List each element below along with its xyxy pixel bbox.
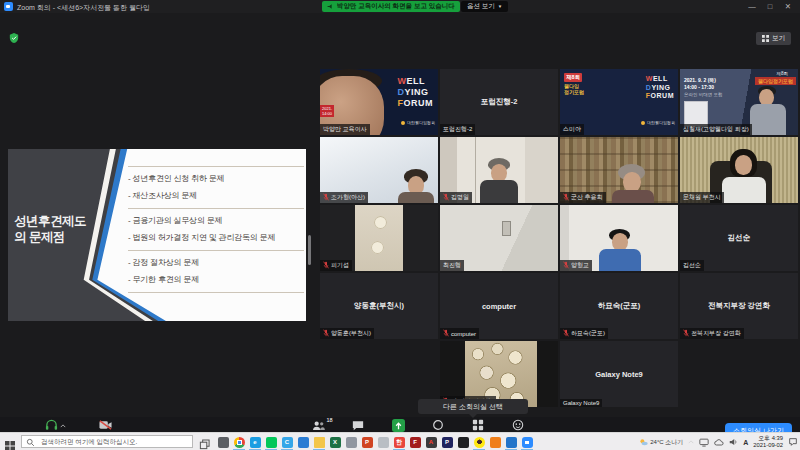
taskbar-app-icon[interactable]: F [407, 433, 423, 450]
taskbar-app-icon[interactable]: P [439, 433, 455, 450]
poster-title-banner: 웰다잉정기포럼 [755, 77, 796, 85]
participant-name-label: 박양만 교육이사 [320, 124, 370, 135]
muted-mic-icon [323, 193, 329, 202]
video-tile[interactable]: 김명일 [440, 137, 558, 203]
video-tile[interactable]: 제8회웰다잉정기포럼2021. 9. 2 (목)14:00 - 17:30온라인… [680, 69, 798, 135]
weather-widget[interactable]: 24°C 소나기 [639, 438, 683, 447]
taskbar-app-icon[interactable]: A [423, 433, 439, 450]
taskbar-app-icon[interactable]: P [359, 433, 375, 450]
display-icon[interactable] [699, 438, 709, 447]
participant-name-label: 최진행 [440, 260, 464, 271]
video-tile[interactable]: 피기섭 [320, 205, 438, 271]
slide-title: 성년후견제도 의 문제점 [14, 213, 118, 245]
video-tile[interactable]: WELLDYINGFORUM2021.14:00대한웰다잉협회박양만 교육이사 [320, 69, 438, 135]
taskbar-app-icon[interactable] [375, 433, 391, 450]
forum-poster-text: WELLDYINGFORUM [398, 76, 434, 109]
muted-mic-icon [443, 329, 449, 338]
zoom-app-icon [4, 2, 13, 11]
close-button[interactable]: ✕ [779, 0, 797, 13]
taskbar-app-icon[interactable] [295, 433, 311, 450]
muted-mic-icon [563, 193, 569, 202]
taskbar-app-icon[interactable]: e [247, 433, 263, 450]
slide-bullet: - 금융기관의 실무상의 문제 [128, 212, 304, 229]
participant-name-label: 김명일 [440, 192, 472, 203]
taskbar-app-icon[interactable] [215, 433, 231, 450]
poster-date-text: 2021. 9. 2 (목)14:00 - 17:30 [684, 77, 716, 90]
share-icon [392, 419, 405, 433]
panel-resize-handle[interactable] [308, 235, 311, 265]
forum-poster-text: WELLDYINGFORUM [646, 75, 674, 101]
video-tile[interactable]: 제8회웰다잉정기포럼WELLDYINGFORUM대한웰다잉협회스미야 [560, 69, 678, 135]
video-tile[interactable]: 문채원 부천시 [680, 137, 798, 203]
poster-sub-text: 온라인 비대면 포럼 [684, 92, 723, 97]
video-tile[interactable]: Galaxy Note9Galaxy Note9 [560, 341, 678, 407]
participant-name-label: computer [440, 328, 479, 339]
search-input[interactable] [39, 437, 188, 446]
cloud-icon[interactable] [714, 439, 724, 446]
share-banner-text: 박양만 교육이사의 화면을 보고 있습니다 [337, 2, 455, 11]
video-tile[interactable]: 하묘숙(군포)하묘숙(군포) [560, 273, 678, 339]
taskbar-app-icon[interactable] [503, 433, 519, 450]
forum-badge: 제8회 [564, 73, 582, 82]
video-tile[interactable]: 양동훈(부천시)양동훈(부천시) [320, 273, 438, 339]
muted-mic-icon [683, 329, 689, 338]
slide-divider [128, 166, 304, 167]
video-tile[interactable]: 최진행 [440, 205, 558, 271]
speaker-icon[interactable] [729, 438, 738, 446]
action-center-icon[interactable] [788, 437, 798, 447]
slide-divider [128, 208, 304, 209]
video-tile[interactable]: 전북지부장 강연화전북지부장 강연화 [680, 273, 798, 339]
taskbar-app-icon[interactable] [487, 433, 503, 450]
security-shield-icon[interactable] [9, 30, 19, 42]
taskbar-app-icon[interactable]: X [327, 433, 343, 450]
video-tile[interactable]: 강 정미(세미나) [440, 341, 558, 407]
chat-icon [352, 420, 364, 432]
wall-fixture [502, 221, 511, 236]
taskbar-app-icon[interactable] [343, 433, 359, 450]
poster-date-box: 2021.14:00 [320, 105, 334, 117]
taskbar-app-icon[interactable] [455, 433, 471, 450]
task-view-icon[interactable] [199, 436, 211, 448]
window-title: Zoom 회의 - <세션6>자서전을 통한 웰다잉 [17, 3, 150, 13]
taskbar-app-icon[interactable] [519, 433, 535, 450]
taskbar-clock[interactable]: 오후 4:39 2021-09-02 [753, 435, 783, 449]
slide-bullet: - 법원의 허가결정 지연 및 관리감독의 문제 [128, 229, 304, 246]
participant-name-label: 피기섭 [320, 260, 352, 271]
start-button[interactable] [5, 437, 15, 447]
video-tile[interactable]: 김선순김선순 [680, 205, 798, 271]
view-layout-button[interactable]: 보기 [756, 32, 791, 45]
headset-icon [45, 419, 58, 432]
video-tile[interactable]: 조가형(아산) [320, 137, 438, 203]
ime-indicator[interactable]: A [743, 439, 748, 446]
minimize-button[interactable]: — [743, 0, 761, 13]
poster-pre-text: 제8회 [776, 71, 788, 76]
taskbar-app-icon[interactable] [263, 433, 279, 450]
breakout-room-popup[interactable]: 다른 소회의실 선택 [418, 399, 528, 414]
ceiling-lamp [374, 216, 387, 229]
video-tile[interactable]: 양형교 [560, 205, 678, 271]
association-logo: 대한웰다잉협회 [641, 120, 675, 125]
taskbar-app-icon[interactable] [231, 433, 247, 450]
taskbar-app-icon[interactable]: 한 [391, 433, 407, 450]
videooff-icon [99, 420, 112, 431]
taskbar-app-icon[interactable] [311, 433, 327, 450]
tray-expand-icon[interactable] [688, 440, 694, 444]
taskbar-search[interactable] [21, 435, 193, 448]
maximize-button[interactable]: □ [761, 0, 779, 13]
slide-divider [128, 250, 304, 251]
participant-name-label: 스미야 [560, 124, 584, 135]
video-tile[interactable]: 군산 추용희 [560, 137, 678, 203]
view-button-label: 보기 [772, 34, 785, 43]
breakout-popup-label: 다른 소회의실 선택 [443, 402, 503, 412]
view-options-button[interactable]: 옵션 보기 ▼ [461, 1, 508, 12]
taskbar-app-icon[interactable] [471, 433, 487, 450]
participant-name-label: 양형교 [560, 260, 592, 271]
slide-bullet: - 재산조사상의 문제 [128, 187, 304, 204]
video-tile[interactable]: 포럼진행-2포럼진행-2 [440, 69, 558, 135]
participant-name-label: 문채원 부천시 [680, 192, 724, 203]
taskbar-app-icon[interactable]: C [279, 433, 295, 450]
video-tile[interactable]: computercomputer [440, 273, 558, 339]
muted-mic-icon [323, 329, 329, 338]
slide-bullet: - 감정 절차상의 문제 [128, 254, 304, 271]
participant-name-label: 조가형(아산) [320, 192, 368, 203]
